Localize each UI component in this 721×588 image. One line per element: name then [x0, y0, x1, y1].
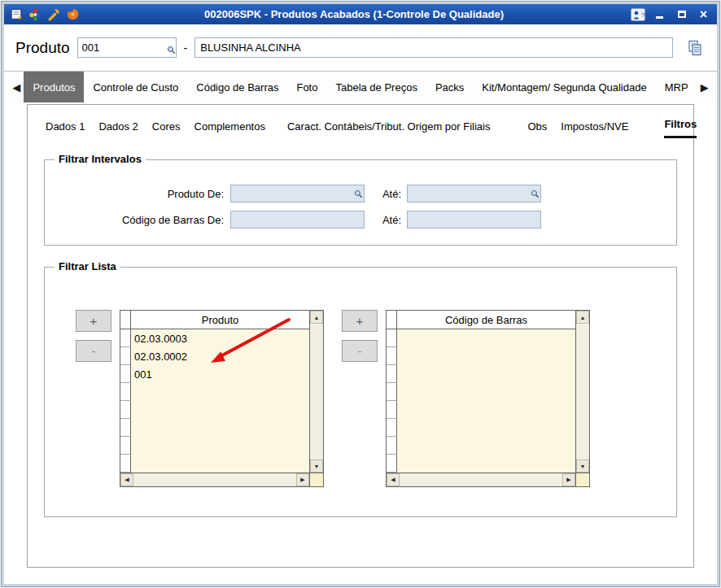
- product-row[interactable]: [120, 401, 309, 419]
- barcode-cell[interactable]: [397, 329, 575, 347]
- product-cell[interactable]: [131, 455, 309, 473]
- subtab-dados-1[interactable]: Dados 1: [46, 120, 85, 138]
- scroll-right-icon[interactable]: ▶: [296, 473, 309, 486]
- favorites-icon[interactable]: [27, 6, 44, 23]
- product-row[interactable]: [120, 455, 309, 473]
- barcode-row[interactable]: [387, 383, 575, 401]
- product-row[interactable]: [120, 437, 309, 455]
- subtab-dados-2[interactable]: Dados 2: [98, 120, 138, 138]
- tab-foto[interactable]: Foto: [287, 72, 326, 102]
- tab-kit-montagem[interactable]: Kit/Montagem/ Segunda Qualidade: [473, 72, 655, 102]
- product-row[interactable]: 02.03.0002: [120, 347, 309, 365]
- row-selector[interactable]: [120, 383, 131, 401]
- product-cell[interactable]: 02.03.0002: [131, 347, 309, 365]
- close-button[interactable]: ×: [693, 7, 714, 22]
- barcode-remove-button[interactable]: -: [342, 340, 378, 362]
- barcode-row[interactable]: [387, 455, 575, 473]
- barcode-row[interactable]: [387, 419, 575, 437]
- barras-ate-field[interactable]: [407, 211, 541, 229]
- scroll-up-icon[interactable]: ▲: [576, 311, 589, 324]
- magnifier-icon[interactable]: [354, 187, 363, 202]
- tab-mrp[interactable]: MRP: [656, 72, 697, 102]
- barcode-row[interactable]: [387, 365, 575, 383]
- row-selector[interactable]: [120, 437, 131, 455]
- tabs-scroll-right-icon[interactable]: ▶: [697, 72, 712, 102]
- maximize-button[interactable]: [671, 7, 692, 22]
- minimize-button[interactable]: [649, 7, 670, 22]
- row-selector[interactable]: [387, 329, 397, 347]
- tab-produtos[interactable]: Produtos: [24, 72, 84, 102]
- barras-de-field[interactable]: [230, 211, 365, 229]
- scroll-left-icon[interactable]: ◀: [387, 473, 400, 486]
- product-cell[interactable]: [131, 419, 309, 437]
- copy-icon[interactable]: [686, 39, 704, 57]
- row-selector[interactable]: [387, 365, 397, 383]
- row-selector[interactable]: [120, 419, 131, 437]
- product-vertical-scrollbar[interactable]: ▲ ▼: [309, 311, 323, 473]
- barcode-row[interactable]: [387, 347, 575, 365]
- row-selector[interactable]: [120, 329, 131, 347]
- subtab-obs[interactable]: Obs: [527, 120, 547, 138]
- barcode-row[interactable]: [387, 437, 575, 455]
- scroll-up-icon[interactable]: ▲: [310, 311, 323, 324]
- product-name-input[interactable]: [194, 37, 673, 58]
- product-cell[interactable]: [131, 437, 309, 455]
- form-icon[interactable]: [8, 6, 25, 23]
- product-horizontal-scrollbar[interactable]: ◀ ▶: [120, 473, 309, 486]
- row-selector[interactable]: [387, 347, 397, 365]
- row-selector[interactable]: [387, 455, 397, 473]
- barcode-cell[interactable]: [397, 455, 575, 473]
- barcode-cell[interactable]: [397, 365, 575, 383]
- magnifier-icon[interactable]: [167, 43, 176, 58]
- subtab-complementos[interactable]: Complementos: [194, 120, 265, 138]
- product-cell[interactable]: 001: [131, 365, 309, 383]
- scroll-right-icon[interactable]: ▶: [562, 473, 575, 486]
- product-add-button[interactable]: +: [76, 310, 111, 332]
- barcode-horizontal-scrollbar[interactable]: ◀ ▶: [387, 473, 575, 486]
- scroll-track[interactable]: [310, 324, 323, 460]
- row-selector[interactable]: [120, 365, 131, 383]
- scroll-left-icon[interactable]: ◀: [120, 473, 133, 486]
- product-row[interactable]: 001: [120, 365, 309, 383]
- product-row[interactable]: [120, 419, 309, 437]
- row-selector[interactable]: [120, 401, 131, 419]
- produto-de-field[interactable]: [230, 185, 365, 203]
- tab-codigo-de-barras[interactable]: Código de Barras: [187, 72, 287, 102]
- tab-packs[interactable]: Packs: [426, 72, 473, 102]
- product-cell[interactable]: 02.03.0003: [131, 329, 309, 347]
- barcode-add-button[interactable]: +: [342, 310, 378, 332]
- row-selector[interactable]: [387, 419, 397, 437]
- product-cell[interactable]: [131, 401, 309, 419]
- barcode-row[interactable]: [387, 401, 575, 419]
- product-cell[interactable]: [131, 383, 309, 401]
- tabs-scroll-left-icon[interactable]: ◀: [9, 72, 24, 102]
- magnifier-icon[interactable]: [531, 187, 540, 202]
- product-code-input[interactable]: [77, 37, 177, 58]
- barcode-vertical-scrollbar[interactable]: ▲ ▼: [575, 311, 589, 473]
- scroll-down-icon[interactable]: ▼: [576, 460, 589, 473]
- barcode-cell[interactable]: [397, 437, 575, 455]
- row-selector[interactable]: [387, 383, 397, 401]
- barcode-cell[interactable]: [397, 419, 575, 437]
- row-selector[interactable]: [120, 347, 131, 365]
- product-row[interactable]: [120, 383, 309, 401]
- row-selector[interactable]: [387, 437, 397, 455]
- browser-icon[interactable]: [64, 6, 81, 23]
- barcode-cell[interactable]: [397, 383, 575, 401]
- row-selector[interactable]: [387, 401, 397, 419]
- scroll-track[interactable]: [133, 473, 296, 486]
- scroll-track[interactable]: [576, 324, 589, 460]
- scroll-down-icon[interactable]: ▼: [310, 460, 323, 473]
- help-user-icon[interactable]: ?: [627, 7, 648, 22]
- row-selector[interactable]: [120, 455, 131, 473]
- subtab-impostos-nve[interactable]: Impostos/NVE: [561, 120, 628, 138]
- scroll-track[interactable]: [400, 473, 562, 486]
- subtab-cores[interactable]: Cores: [152, 120, 181, 138]
- subtab-caract-contabeis[interactable]: Caract. Contábeis/Tribut. Origem por Fil…: [287, 120, 491, 138]
- product-remove-button[interactable]: -: [76, 340, 111, 362]
- subtab-filtros[interactable]: Filtros: [664, 118, 697, 138]
- wrench-icon[interactable]: [46, 6, 63, 23]
- tab-controle-de-custo[interactable]: Controle de Custo: [84, 72, 187, 102]
- tab-tabela-de-precos[interactable]: Tabela de Preços: [326, 72, 426, 102]
- barcode-cell[interactable]: [397, 401, 575, 419]
